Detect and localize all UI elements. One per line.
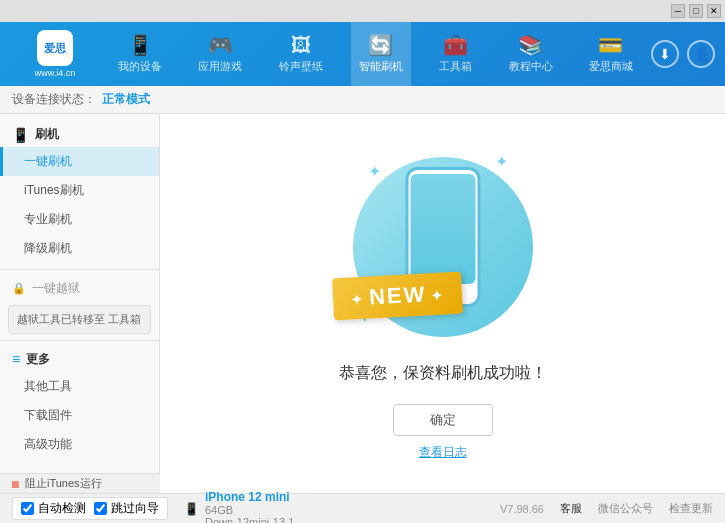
status-value: 正常模式 [102,91,150,108]
logo-area: 爱思 www.i4.cn [10,30,100,78]
nav-my-device[interactable]: 📱 我的设备 [110,22,170,86]
skip-wizard-checkbox[interactable] [94,502,107,515]
content-area: ✦ ✦ ✦ NEW 恭喜您，保资料刷机成功啦！ 确定 查看日志 [160,114,725,493]
minimize-button[interactable]: ─ [671,4,685,18]
device-storage: 64GB [205,504,294,516]
nav-shop-label: 爱思商城 [589,59,633,74]
jailbreak-notice: 越狱工具已转移至 工具箱 [8,305,151,334]
download-button[interactable]: ⬇ [651,40,679,68]
nav-tutorial-label: 教程中心 [509,59,553,74]
flash-section-icon: 📱 [12,127,29,143]
sidebar: 📱 刷机 一键刷机 iTunes刷机 专业刷机 降级刷机 🔒 一键越狱 越狱工具… [0,114,160,493]
header: 爱思 www.i4.cn 📱 我的设备 🎮 应用游戏 🖼 铃声壁纸 🔄 智能刷机… [0,22,725,86]
nav-wallpaper-icon: 🖼 [291,35,311,55]
sidebar-item-itunes-flash[interactable]: iTunes刷机 [0,176,159,205]
title-bar: ─ □ ✕ [0,0,725,22]
nav-smart-flash[interactable]: 🔄 智能刷机 [351,22,411,86]
more-section-icon: ≡ [12,351,20,367]
sparkle-icon-2: ✦ [495,152,508,171]
nav-smart-flash-label: 智能刷机 [359,59,403,74]
log-link[interactable]: 查看日志 [419,444,467,461]
check-update-link[interactable]: 检查更新 [669,501,713,516]
sidebar-item-download-firmware[interactable]: 下载固件 [0,401,159,430]
flash-section-label: 刷机 [35,126,59,143]
nav-toolbox-icon: 🧰 [443,35,468,55]
nav-apps-games-label: 应用游戏 [198,59,242,74]
nav-tutorial-icon: 📚 [518,35,543,55]
nav-my-device-icon: 📱 [128,35,153,55]
sidebar-item-one-click-flash[interactable]: 一键刷机 [0,147,159,176]
close-button[interactable]: ✕ [707,4,721,18]
wechat-link[interactable]: 微信公众号 [598,501,653,516]
user-button[interactable]: 👤 [687,40,715,68]
customer-service-link[interactable]: 客服 [560,501,582,516]
device-details-block: iPhone 12 mini 64GB Down-12mini-13,1 [205,490,294,524]
logo-url: www.i4.cn [35,68,76,78]
nav-toolbox[interactable]: 🧰 工具箱 [431,22,480,86]
sidebar-divider-1 [0,269,159,270]
nav-shop[interactable]: 💳 爱思商城 [581,22,641,86]
nav-actions: ⬇ 👤 [651,40,715,68]
nav-my-device-label: 我的设备 [118,59,162,74]
device-model: Down-12mini-13,1 [205,516,294,524]
confirm-button[interactable]: 确定 [393,404,493,436]
action-buttons: 确定 查看日志 [393,404,493,461]
success-message: 恭喜您，保资料刷机成功啦！ [339,363,547,384]
sidebar-divider-2 [0,340,159,341]
auto-detect-label: 自动检测 [38,500,86,517]
version-text: V7.98.66 [500,503,544,515]
sidebar-section-flash: 📱 刷机 [0,122,159,147]
itunes-notice-text[interactable]: 阻止iTunes运行 [25,476,102,491]
more-section-label: 更多 [26,351,50,368]
maximize-button[interactable]: □ [689,4,703,18]
bottom-right: V7.98.66 客服 微信公众号 检查更新 [500,501,713,516]
sidebar-item-pro-flash[interactable]: 专业刷机 [0,205,159,234]
bottom-bar: 自动检测 跳过向导 📱 iPhone 12 mini 64GB Down-12m… [0,493,725,523]
jailbreak-label: 一键越狱 [32,280,80,297]
sidebar-section-more: ≡ 更多 [0,347,159,372]
skip-wizard-checkbox-label[interactable]: 跳过向导 [94,500,159,517]
itunes-notice-icon: ⏹ [10,478,21,490]
auto-detect-checkbox-label[interactable]: 自动检测 [21,500,86,517]
sidebar-jailbreak-section: 🔒 一键越狱 [0,276,159,301]
nav-apps-games-icon: 🎮 [208,35,233,55]
nav-toolbox-label: 工具箱 [439,59,472,74]
nav-apps-games[interactable]: 🎮 应用游戏 [190,22,250,86]
new-badge: NEW [331,271,462,320]
sidebar-item-other-tools[interactable]: 其他工具 [0,372,159,401]
status-label: 设备连接状态： [12,91,96,108]
nav-smart-flash-icon: 🔄 [368,35,393,55]
bottom-left: 自动检测 跳过向导 📱 iPhone 12 mini 64GB Down-12m… [12,490,294,524]
sidebar-item-downgrade-flash[interactable]: 降级刷机 [0,234,159,263]
nav-shop-icon: 💳 [598,35,623,55]
lock-icon: 🔒 [12,282,26,295]
nav-items: 📱 我的设备 🎮 应用游戏 🖼 铃声壁纸 🔄 智能刷机 🧰 工具箱 📚 教程中心… [100,22,651,86]
sidebar-item-advanced[interactable]: 高级功能 [0,430,159,459]
device-name: iPhone 12 mini [205,490,294,504]
device-info: 📱 iPhone 12 mini 64GB Down-12mini-13,1 [184,490,294,524]
skip-wizard-label: 跳过向导 [111,500,159,517]
status-bar: 设备连接状态： 正常模式 [0,86,725,114]
nav-wallpaper[interactable]: 🖼 铃声壁纸 [271,22,331,86]
phone-illustration: ✦ ✦ ✦ NEW [343,147,543,347]
auto-detect-checkbox[interactable] [21,502,34,515]
phone-screen [410,174,475,284]
nav-wallpaper-label: 铃声壁纸 [279,59,323,74]
logo-icon: 爱思 [37,30,73,66]
sparkle-icon-1: ✦ [368,162,381,181]
nav-tutorial[interactable]: 📚 教程中心 [501,22,561,86]
logo-text: 爱思 [44,41,66,56]
device-icon: 📱 [184,502,199,516]
notice-text: 越狱工具已转移至 工具箱 [17,313,141,325]
main-layout: 📱 刷机 一键刷机 iTunes刷机 专业刷机 降级刷机 🔒 一键越狱 越狱工具… [0,114,725,493]
